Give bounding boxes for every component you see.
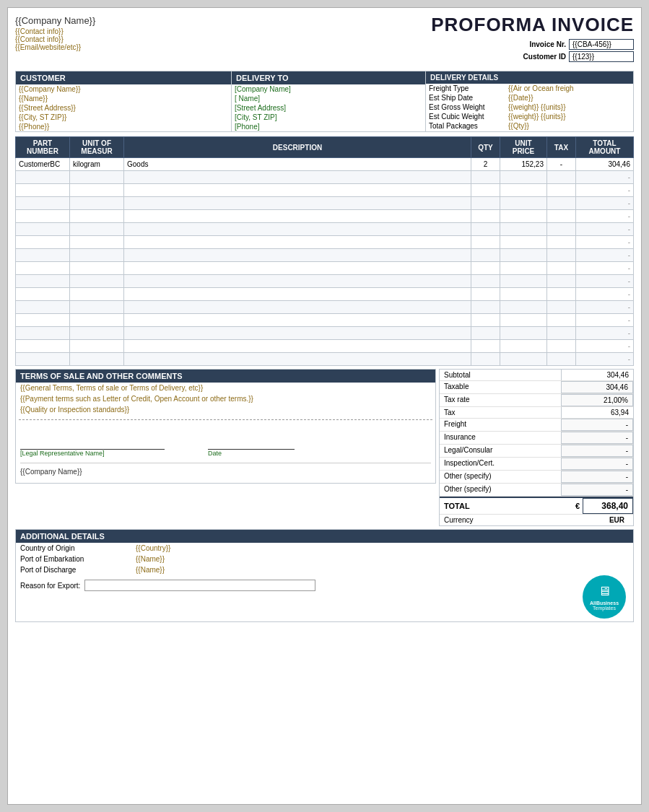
customer-street: {{Street Address}} xyxy=(16,103,231,113)
taxrate-value: 21,00% xyxy=(561,394,633,406)
gross-weight-label: Est Gross Weight xyxy=(429,103,508,111)
taxable-label: Taxable xyxy=(440,381,561,393)
country-of-origin-value: {{Country}} xyxy=(136,544,170,552)
gross-weight-value: {{weight}} {{units}} xyxy=(508,103,566,111)
rep-label: [Legal Representative Name] xyxy=(20,450,165,457)
col-qty: QTY xyxy=(471,137,500,158)
delivery-name: [ Name] xyxy=(232,94,425,103)
invoice-table: PARTNUMBER UNIT OFMEASUR DESCRIPTION QTY… xyxy=(15,136,634,366)
tax-value: 63,94 xyxy=(561,407,633,418)
packages-label: Total Packages xyxy=(429,122,508,130)
inspection-value: - xyxy=(561,458,633,470)
cubic-weight-value: {{weight}} {{units}} xyxy=(508,113,566,121)
table-row: - xyxy=(16,327,634,340)
table-row: - xyxy=(16,288,634,301)
inspection-label: Inspection/Cert. xyxy=(440,458,561,470)
customer-id-label: Customer ID xyxy=(508,53,566,61)
table-row: - xyxy=(16,340,634,353)
port-discharge-value: {{Name}} xyxy=(136,566,165,574)
customer-id-value: {{123}} xyxy=(569,51,634,62)
customer-name: {{Name}} xyxy=(16,94,231,103)
logo-line2: Templates xyxy=(593,606,616,611)
other1-label: Other (specify) xyxy=(440,471,561,483)
currency-label: Currency xyxy=(444,516,609,524)
insurance-label: Insurance xyxy=(440,432,561,444)
table-row: - xyxy=(16,210,634,223)
total-value: 368,40 xyxy=(583,498,633,514)
subtotal-value: 304,46 xyxy=(561,370,633,380)
col-part-number: PARTNUMBER xyxy=(16,137,70,158)
delivery-details-header: DELIVERY DETAILS xyxy=(426,71,633,84)
terms-row-2: {{Payment terms such as Letter of Credit… xyxy=(16,393,435,404)
other1-value: - xyxy=(561,471,633,483)
table-row: - xyxy=(16,249,634,262)
subtotal-label: Subtotal xyxy=(440,370,561,380)
customer-company: {{Company Name}} xyxy=(16,84,231,94)
legal-value: - xyxy=(561,445,633,457)
table-row: - xyxy=(16,275,634,288)
table-row: - xyxy=(16,197,634,210)
col-total-amount: TOTALAMOUNT xyxy=(576,137,634,158)
table-row: - xyxy=(16,223,634,236)
invoice-nr-label: Invoice Nr. xyxy=(508,40,566,48)
table-row: - xyxy=(16,184,634,197)
taxable-value: 304,46 xyxy=(561,381,633,393)
table-row: - xyxy=(16,314,634,327)
tax-label: Tax xyxy=(440,407,561,418)
total-currency: € xyxy=(572,499,583,512)
invoice-sheet: {{Company Name}} {{Contact info}} {{Cont… xyxy=(7,7,642,805)
delivery-city: [City, ST ZIP] xyxy=(232,113,425,122)
reason-input[interactable] xyxy=(84,580,315,591)
terms-header: TERMS OF SALE AND OTHER COMMENTS xyxy=(16,370,435,383)
additional-header: ADDITIONAL DETAILS xyxy=(16,530,633,543)
reason-label: Reason for Export: xyxy=(20,582,80,590)
freight-label: Freight xyxy=(440,419,561,431)
country-of-origin-label: Country of Origin xyxy=(20,544,136,552)
terms-row-1: {{General Terms, Terms of sale or Terms … xyxy=(16,383,435,393)
terms-row-3: {{Quality or Inspection standards}} xyxy=(16,404,435,415)
col-description: DESCRIPTION xyxy=(124,137,471,158)
packages-value: {{Qty}} xyxy=(508,122,529,130)
col-unit-price: UNITPRICE xyxy=(500,137,547,158)
customer-header: CUSTOMER xyxy=(16,71,231,84)
table-row: - xyxy=(16,171,634,184)
delivery-company: [Company Name] xyxy=(232,84,425,94)
company-name: {{Company Name}} xyxy=(15,14,431,27)
contact-info-1: {{Contact info}} xyxy=(15,27,431,35)
total-label: TOTAL xyxy=(440,499,572,512)
delivery-to-header: DELIVERY TO xyxy=(232,71,425,84)
taxrate-label: Tax rate xyxy=(440,394,561,406)
ship-date-value: {{Date}} xyxy=(508,94,533,102)
col-unit-measure: UNIT OFMEASUR xyxy=(70,137,124,158)
legal-label: Legal/Consular xyxy=(440,445,561,457)
table-row: - xyxy=(16,301,634,314)
freight-type-value: {{Air or Ocean freigh xyxy=(508,84,574,92)
table-row: - xyxy=(16,236,634,249)
sig-company: {{Company Name}} xyxy=(16,466,435,477)
customer-phone: {{Phone}} xyxy=(16,122,231,131)
contact-info-2: {{Contact info}} xyxy=(15,35,431,43)
table-row: - xyxy=(16,353,634,366)
other2-value: - xyxy=(561,484,633,496)
port-embarkation-label: Port of Embarkation xyxy=(20,555,136,563)
port-embarkation-value: {{Name}} xyxy=(136,555,165,563)
cubic-weight-label: Est Cubic Weight xyxy=(429,113,508,121)
contact-email: {{Email/website/etc}} xyxy=(15,43,431,51)
proforma-title: PROFORMA INVOICE xyxy=(431,14,634,36)
ship-date-label: Est Ship Date xyxy=(429,94,508,102)
date-label: Date xyxy=(208,450,295,457)
table-row: CustomerBCkilogramGoods2152,23-304,46 xyxy=(16,158,634,171)
col-tax: TAX xyxy=(547,137,576,158)
customer-city: {{City, ST ZIP}} xyxy=(16,113,231,122)
allbusiness-logo: 🖥 AllBusiness Templates xyxy=(583,575,626,619)
table-row: - xyxy=(16,262,634,275)
logo-line1: AllBusiness xyxy=(590,601,619,606)
port-discharge-label: Port of Discharge xyxy=(20,566,136,574)
freight-value: - xyxy=(561,419,633,431)
currency-value: EUR xyxy=(609,516,629,524)
delivery-street: [Street Address] xyxy=(232,103,425,113)
insurance-value: - xyxy=(561,432,633,444)
other2-label: Other (specify) xyxy=(440,484,561,496)
delivery-phone: [Phone] xyxy=(232,122,425,131)
freight-type-label: Freight Type xyxy=(429,84,508,92)
